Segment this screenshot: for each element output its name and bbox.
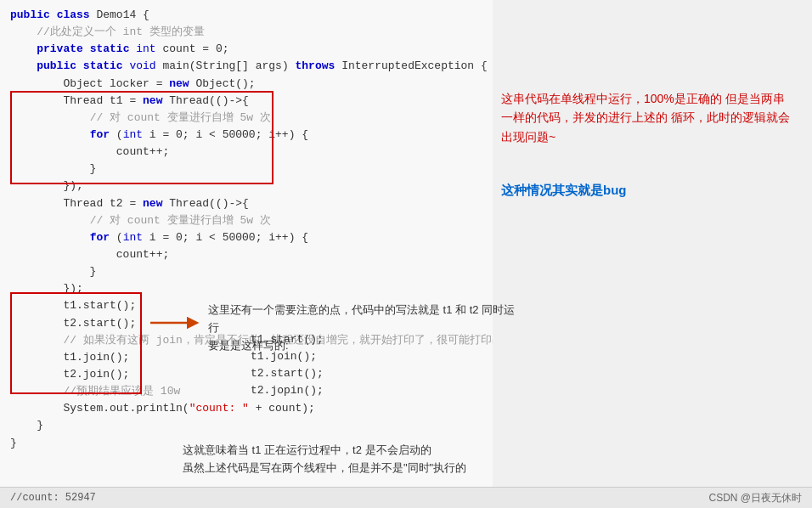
- annotation-text-1: 这串代码在单线程中运行，100%是正确的 但是当两串一样的代码，并发的进行上述的…: [501, 89, 790, 146]
- arrow-icon: [149, 314, 200, 331]
- annotation-text-4: 这就意味着当 t1 正在运行过程中，t2 是不会启动的 虽然上述代码是写在两个线…: [183, 442, 539, 477]
- bottom-right-text: CSDN @日夜无休时: [708, 491, 802, 505]
- annotation-text-2: 这种情况其实就是bug: [501, 183, 790, 199]
- code-content: public class Demo14 { //此处定义一个 int 类型的变量…: [10, 7, 482, 452]
- code-area: public class Demo14 { //此处定义一个 int 类型的变量…: [0, 0, 493, 488]
- bottom-left-text: //count: 52947: [10, 492, 96, 504]
- bottom-bar: //count: 52947 CSDN @日夜无休时: [0, 487, 812, 508]
- code-block-right: t1.start(); t1.join(); t2.start(); t2.jo…: [251, 331, 324, 400]
